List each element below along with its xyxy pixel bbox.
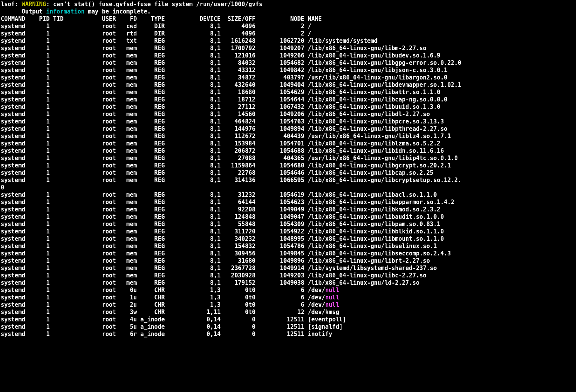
table-row: systemd 1 root mem REG 8,1 153984 105470… <box>1 140 440 147</box>
table-row: systemd 1 root mem REG 8,1 206872 105468… <box>1 147 444 154</box>
warn2-post: may be incomplete. <box>85 8 151 15</box>
terminal-output: lsof: WARNING: can't stat() fuse.gvfsd-f… <box>0 0 576 338</box>
table-header: COMMAND PID TID USER FD TYPE DEVICE SIZE… <box>1 15 322 22</box>
table-row: systemd 1 root mem REG 8,1 2367728 10499… <box>1 265 437 272</box>
table-row: systemd 1 root mem REG 8,1 124848 104904… <box>1 213 444 220</box>
table-row: systemd 1 root mem REG 8,1 432640 104940… <box>1 81 461 88</box>
table-row: systemd 1 root mem REG 8,1 314136 106659… <box>1 177 461 184</box>
table-row: systemd 1 root mem REG 8,1 22768 1054646… <box>1 169 433 176</box>
table-row: systemd 1 root mem REG 8,1 18680 1054629… <box>1 89 440 96</box>
table-row-wrap: 0 <box>1 184 4 191</box>
table-row: systemd 1 root mem REG 8,1 2030928 10492… <box>1 272 426 279</box>
null-highlight: null <box>325 301 339 308</box>
table-row: systemd 1 root 0u CHR 1,3 0t0 6 /dev/nul… <box>1 287 339 294</box>
table-row: systemd 1 root rtd DIR 8,1 4096 2 / <box>1 30 311 37</box>
warn2-kw: information <box>46 8 84 15</box>
table-row: systemd 1 root 1u CHR 1,3 0t0 6 /dev/nul… <box>1 294 339 301</box>
table-row: systemd 1 root mem REG 8,1 31232 1054619… <box>1 191 437 198</box>
warning-msg: : can't stat() fuse.gvfsd-fuse file syst… <box>46 1 262 8</box>
table-row: systemd 1 root 4u a_inode 0,14 0 12511 [… <box>1 316 346 323</box>
null-highlight: null <box>325 287 339 294</box>
table-row: systemd 1 root mem REG 8,1 43312 1049842… <box>1 67 447 74</box>
table-row: systemd 1 root mem REG 8,1 340232 104899… <box>1 235 444 242</box>
table-row: systemd 1 root mem REG 8,1 121016 104926… <box>1 52 440 59</box>
table-row: systemd 1 root mem REG 8,1 144976 104989… <box>1 125 447 132</box>
table-row: systemd 1 root txt REG 8,1 1616248 10627… <box>1 37 377 44</box>
table-row: systemd 1 root 5u a_inode 0,14 0 12511 [… <box>1 323 343 330</box>
table-row: systemd 1 root mem REG 8,1 154832 105478… <box>1 243 437 250</box>
table-row: systemd 1 root mem REG 8,1 14560 1049206… <box>1 111 430 118</box>
table-row: systemd 1 root mem REG 8,1 27112 1067432… <box>1 103 440 110</box>
table-row: systemd 1 root 6r a_inode 0,14 0 12511 i… <box>1 331 332 338</box>
warning-tag: WARNING <box>22 1 46 8</box>
table-row: systemd 1 root mem REG 8,1 179152 104903… <box>1 279 420 286</box>
table-row: systemd 1 root mem REG 8,1 55848 1054309… <box>1 221 440 228</box>
warn2-pre: Output <box>1 8 46 15</box>
table-row: systemd 1 root mem REG 8,1 311720 105492… <box>1 228 444 235</box>
table-row: systemd 1 root mem REG 8,1 112672 404439… <box>1 133 451 140</box>
table-row: systemd 1 root mem REG 8,1 309456 104984… <box>1 250 451 257</box>
table-row: systemd 1 root 3w CHR 1,11 0t0 12 /dev/k… <box>1 309 339 316</box>
null-highlight: null <box>325 294 339 301</box>
table-row: systemd 1 root mem REG 8,1 84032 1054682… <box>1 59 461 66</box>
table-row: systemd 1 root mem REG 8,1 18712 1054644… <box>1 96 447 103</box>
lsof-prefix: lsof: <box>1 1 22 8</box>
table-row: systemd 1 root mem REG 8,1 31680 1049896… <box>1 257 430 264</box>
table-row: systemd 1 root mem REG 8,1 64144 1054623… <box>1 199 454 206</box>
table-row: systemd 1 root cwd DIR 8,1 4096 2 / <box>1 23 311 30</box>
table-row: systemd 1 root mem REG 8,1 464824 105476… <box>1 118 444 125</box>
table-row: systemd 1 root mem REG 8,1 34872 403797 … <box>1 74 447 81</box>
table-row: systemd 1 root mem REG 8,1 1159864 10546… <box>1 162 451 169</box>
table-row: systemd 1 root 2u CHR 1,3 0t0 6 /dev/nul… <box>1 301 339 308</box>
table-row: systemd 1 root mem REG 8,1 27088 404365 … <box>1 155 458 162</box>
table-row: systemd 1 root mem REG 8,1 1700792 10492… <box>1 45 426 52</box>
table-row: systemd 1 root mem REG 8,1 92208 1049049… <box>1 206 440 213</box>
